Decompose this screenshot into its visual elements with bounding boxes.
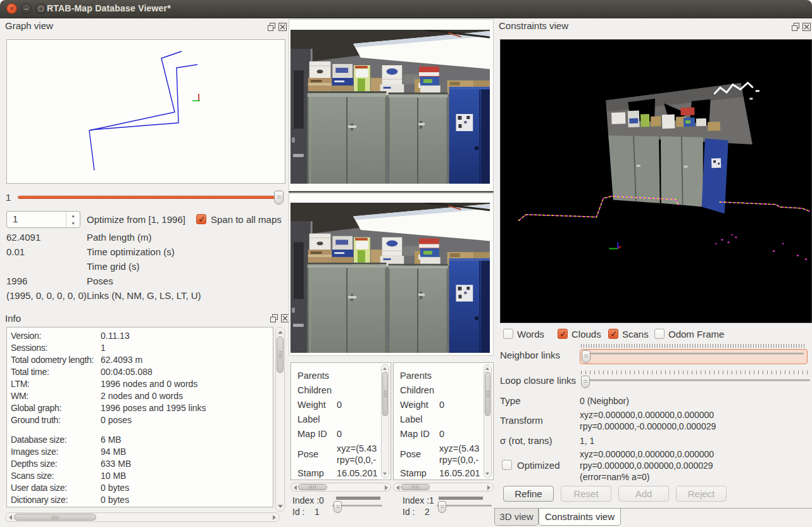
optimize-from-label: Optimize from [1, 1996] (87, 214, 185, 225)
stat-value: 0.01 (6, 246, 25, 257)
tab-constraints-view[interactable]: Constraints view (539, 509, 621, 526)
stat-value: 1996 (6, 276, 27, 286)
constraints-close-icon[interactable] (803, 23, 811, 31)
info-vscroll-thumb[interactable] (277, 336, 284, 373)
info-float-icon[interactable] (270, 314, 278, 322)
info-row: Dictionary size:0 bytes (11, 494, 273, 506)
graph-slider-track[interactable] (18, 196, 284, 199)
stat-label: Links (N, NM, G, LS, LT, U) (87, 290, 201, 301)
table-row-label: Label (400, 414, 422, 424)
table-row-weight: Weight (297, 400, 326, 410)
optimized-checkbox[interactable] (502, 460, 512, 470)
scroll-down-icon[interactable] (278, 505, 283, 508)
transform-label: Transform (500, 415, 543, 426)
window-maximize-button[interactable]: ▢ (35, 3, 46, 14)
neighbor-links-ticks (581, 344, 806, 348)
sigma-label: σ (rot, trans) (500, 435, 553, 446)
stat-label: Path length (m) (87, 232, 152, 243)
info-row: Sessions:1 (11, 342, 273, 354)
info-hscroll-thumb[interactable] (14, 514, 96, 521)
node-b-table[interactable]: Parents Children Weight0 Label Map ID0 P… (393, 362, 494, 480)
scans-checkbox[interactable] (608, 329, 618, 339)
node-b-id-slider-handle[interactable] (438, 501, 446, 513)
refine-button[interactable]: Refine (503, 486, 554, 502)
table-row-pose: Pose (400, 449, 421, 459)
sigma-value: 1, 1 (580, 436, 594, 446)
scroll-up-icon[interactable] (278, 331, 283, 334)
stat-label: Poses (87, 276, 113, 286)
info-row: Depths size:633 MB (11, 458, 273, 470)
graph-plot[interactable] (6, 39, 285, 184)
rtabmap-database-viewer-window: ✕ – ▢ RTAB-Map Database Viewer* Graph vi… (0, 0, 812, 527)
info-vscrollbar[interactable] (275, 327, 285, 512)
words-label: Words (517, 329, 544, 340)
odom-frame-label: Odom Frame (668, 329, 724, 340)
spinbox-up-icon[interactable]: ▲ (66, 212, 80, 219)
clouds-label: Clouds (572, 329, 601, 340)
loop-closure-links-slider-track[interactable] (581, 379, 810, 381)
node-a-vscrollbar[interactable] (381, 364, 389, 478)
node-b-hscrollbar[interactable] (393, 483, 494, 492)
graph-view-float-icon[interactable] (268, 23, 276, 31)
stat-value: 62.4091 (6, 232, 41, 243)
scroll-down-icon[interactable] (485, 473, 489, 475)
loop-closure-links-slider-handle[interactable] (581, 376, 590, 388)
window-minimize-button[interactable]: – (21, 3, 32, 14)
clouds-checkbox[interactable] (558, 329, 568, 339)
info-row: WM:2 nodes and 0 words (11, 390, 273, 402)
info-row: Database size:6 MB (11, 434, 273, 446)
table-row-mapid: Map ID (400, 429, 430, 439)
node-a-range-bar (336, 497, 380, 500)
spinbox-down-icon[interactable]: ▼ (66, 219, 80, 227)
node-a-id-value: 1 (315, 507, 320, 517)
table-row-parents: Parents (400, 371, 432, 381)
spinbox-buttons[interactable]: ▲ ▼ (66, 212, 80, 227)
type-label: Type (500, 395, 521, 406)
info-text-area[interactable]: Version:0.11.13 Sessions:1 Total odometr… (6, 327, 273, 507)
graph-slider-value: 1 (6, 192, 11, 203)
image-splitter-handle[interactable] (289, 191, 494, 193)
scroll-down-icon[interactable] (383, 473, 387, 475)
window-title: RTAB-Map Database Viewer* (47, 3, 171, 13)
info-row: Global graph:1996 poses and 1995 links (11, 402, 273, 414)
graph-view-close-icon[interactable] (278, 23, 287, 31)
reject-button: Reject (676, 486, 727, 502)
neighbor-links-slider-track[interactable] (580, 349, 808, 364)
stat-value: (1995, 0, 0, 0, 0, 0) (6, 290, 87, 301)
words-checkbox[interactable] (503, 329, 513, 339)
trajectory-line-2 (91, 65, 197, 130)
span-to-all-maps-checkbox[interactable] (196, 214, 206, 224)
camera-image-a (290, 30, 490, 184)
node-a-table[interactable]: Parents Children Weight0 Label Map ID0 P… (290, 362, 391, 480)
odom-frame-checkbox[interactable] (654, 329, 665, 339)
loop-closure-links-ticks (581, 371, 809, 374)
neighbor-links-slider-handle[interactable] (582, 350, 590, 363)
maximize-icon: ▢ (36, 4, 46, 13)
window-close-button[interactable]: ✕ (6, 3, 17, 14)
info-row: Total time:00:04:05.088 (11, 366, 273, 378)
constraints-3d-viewport[interactable] (500, 39, 812, 323)
point-cloud-scene (501, 40, 811, 322)
node-b-id-value: 2 (425, 507, 430, 517)
scroll-up-icon[interactable] (383, 367, 387, 370)
optimized-value-xyz: xyz=0.000000,0.000000,0.000000 (580, 449, 714, 459)
scroll-up-icon[interactable] (485, 367, 489, 370)
tab-3d-view[interactable]: 3D view (494, 509, 539, 526)
scroll-left-icon[interactable] (9, 515, 12, 520)
scroll-right-icon[interactable] (273, 515, 276, 520)
optimized-label: Optimized (517, 460, 560, 471)
table-row-mapid: Map ID (297, 429, 327, 439)
node-a-hscrollbar[interactable] (290, 483, 391, 492)
constraints-float-icon[interactable] (792, 23, 800, 31)
info-hscrollbar[interactable] (5, 512, 280, 522)
table-row-parents: Parents (297, 371, 329, 381)
type-value: 0 (Neighbor) (580, 396, 629, 406)
info-row: Total odometry length:62.4093 m (11, 354, 273, 366)
info-row: Version:0.11.13 (11, 330, 273, 342)
optimize-from-spinbox[interactable]: 1 ▲ ▼ (6, 211, 80, 228)
graph-slider-handle[interactable] (274, 191, 284, 205)
camera-image-b (290, 203, 490, 353)
node-a-id-slider-handle[interactable] (334, 501, 342, 513)
node-b-id-label: Id : (403, 507, 415, 517)
node-b-vscrollbar[interactable] (484, 364, 492, 478)
